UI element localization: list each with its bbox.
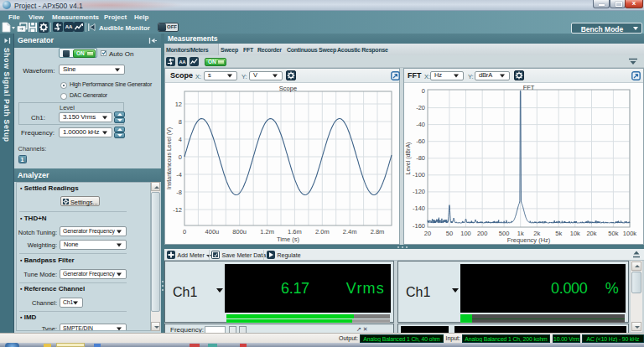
svg-text:0: 0 [183,228,186,236]
svg-text:0: 0 [422,87,425,95]
svg-text:2.8m: 2.8m [371,228,385,236]
svg-text:50k: 50k [608,230,618,237]
svg-text:Instantaneous Level (V): Instantaneous Level (V) [166,127,173,189]
svg-text:Scope: Scope [279,85,297,92]
svg-text:4: 4 [179,136,182,143]
svg-text:1.6m: 1.6m [288,228,302,236]
svg-text:-60: -60 [416,137,425,145]
svg-text:-120: -120 [413,188,425,195]
svg-text:12: 12 [175,101,182,108]
svg-text:-20: -20 [416,104,425,111]
svg-text:-100: -100 [413,171,425,179]
svg-text:1.2m: 1.2m [260,228,274,236]
svg-text:2.0m: 2.0m [315,228,330,236]
svg-text:-80: -80 [416,154,425,162]
svg-text:200: 200 [477,230,488,237]
svg-text:Time (s): Time (s) [277,236,300,243]
svg-text:100: 100 [460,230,471,237]
svg-text:0: 0 [179,153,182,161]
svg-text:400u: 400u [205,228,220,236]
svg-text:Level (dBrA): Level (dBrA) [405,142,412,175]
svg-text:50: 50 [446,230,453,237]
svg-text:20: 20 [424,230,431,237]
svg-text:2.4m: 2.4m [343,228,357,236]
svg-text:-4: -4 [176,171,182,179]
svg-text:-8: -8 [176,189,182,196]
svg-text:-140: -140 [413,205,425,212]
svg-text:FFT: FFT [523,84,535,91]
svg-text:20k: 20k [586,230,596,237]
svg-text:-40: -40 [416,121,425,128]
svg-text:100k: 100k [623,230,637,237]
svg-text:10k: 10k [570,230,580,237]
svg-text:Frequency (Hz): Frequency (Hz) [507,236,551,244]
svg-text:8: 8 [179,118,182,126]
svg-text:-160: -160 [413,222,425,230]
svg-text:5k: 5k [555,230,562,237]
svg-text:-12: -12 [173,206,182,214]
svg-text:800u: 800u [232,228,247,236]
